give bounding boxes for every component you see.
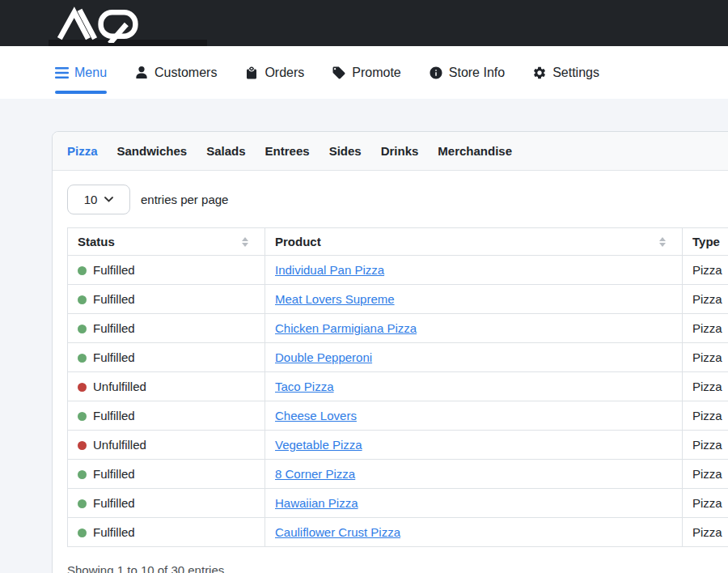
status-label: Fulfilled: [93, 350, 135, 364]
status-label: Fulfilled: [93, 321, 135, 335]
page-size-select[interactable]: 10: [67, 185, 130, 214]
status-dot-icon: [78, 354, 87, 363]
nav-item-promote[interactable]: Promote: [332, 63, 400, 83]
column-header-label: Product: [275, 235, 321, 248]
tab-sides[interactable]: Sides: [329, 144, 362, 158]
product-link[interactable]: Cauliflower Crust Pizza: [275, 525, 400, 539]
nav-item-menu[interactable]: Menu: [55, 63, 107, 83]
product-link[interactable]: Chicken Parmigiana Pizza: [275, 321, 417, 335]
status-label: Fulfilled: [93, 496, 135, 510]
status-label: Fulfilled: [93, 467, 135, 481]
status-dot-icon: [78, 383, 87, 392]
column-header-type[interactable]: Type: [683, 228, 728, 256]
chevron-down-icon: [104, 197, 113, 202]
product-link[interactable]: Individual Pan Pizza: [275, 263, 384, 277]
nav-item-store-info[interactable]: Store Info: [429, 63, 505, 83]
status-dot-icon: [78, 412, 87, 421]
product-link[interactable]: Meat Lovers Supreme: [275, 292, 395, 306]
tab-entrees[interactable]: Entrees: [265, 144, 310, 158]
status-label: Fulfilled: [93, 263, 135, 277]
info-icon: [429, 66, 443, 80]
products-table: Status Product Type: [67, 227, 728, 547]
product-cell: Taco Pizza: [265, 372, 683, 401]
top-black-bar: [0, 0, 728, 46]
nav-item-orders[interactable]: Orders: [244, 63, 304, 83]
shopping-bag-icon: [244, 66, 259, 80]
type-cell: Pizza: [683, 401, 728, 431]
nav-item-customers[interactable]: Customers: [134, 63, 217, 83]
type-cell: Pizza: [683, 489, 728, 518]
table-row: Fulfilled 8 Corner Pizza Pizza: [68, 460, 728, 489]
product-link[interactable]: Vegetable Pizza: [275, 438, 362, 452]
column-header-product[interactable]: Product: [265, 228, 683, 256]
type-cell: Pizza: [683, 372, 728, 401]
card-body: 10 entries per page Status: [53, 171, 728, 573]
product-link[interactable]: Taco Pizza: [275, 380, 334, 393]
tab-drinks[interactable]: Drinks: [381, 144, 419, 158]
type-cell: Pizza: [683, 460, 728, 489]
table-controls: 10 entries per page: [67, 185, 728, 214]
product-cell: Meat Lovers Supreme: [265, 285, 683, 314]
status-cell: Unfulfilled: [68, 372, 265, 401]
type-cell: Pizza: [683, 431, 728, 460]
tab-salads[interactable]: Salads: [206, 144, 245, 158]
product-cell: Vegetable Pizza: [265, 431, 683, 460]
type-cell: Pizza: [683, 314, 728, 343]
table-row: Fulfilled Hawaiian Pizza Pizza: [68, 489, 728, 518]
page-size-value: 10: [84, 193, 98, 206]
product-link[interactable]: Cheese Lovers: [275, 409, 357, 422]
status-label: Fulfilled: [93, 525, 135, 539]
product-cell: Cauliflower Crust Pizza: [265, 518, 683, 547]
product-cell: Cheese Lovers: [265, 401, 683, 431]
table-row: Fulfilled Double Pepperoni Pizza: [68, 343, 728, 372]
table-header-row: Status Product Type: [68, 228, 728, 256]
nav-item-label: Promote: [352, 66, 400, 80]
product-cell: 8 Corner Pizza: [265, 460, 683, 489]
product-link[interactable]: Double Pepperoni: [275, 350, 372, 364]
nav-item-settings[interactable]: Settings: [532, 63, 599, 83]
column-header-status[interactable]: Status: [68, 228, 265, 256]
status-label: Unfulfilled: [93, 380, 146, 393]
table-row: Fulfilled Meat Lovers Supreme Pizza: [68, 285, 728, 314]
status-cell: Fulfilled: [68, 460, 265, 489]
tab-merchandise[interactable]: Merchandise: [438, 144, 512, 158]
category-tabs: Pizza Sandwiches Salads Entrees Sides Dr…: [53, 132, 728, 171]
product-cell: Hawaiian Pizza: [265, 489, 683, 518]
tag-icon: [332, 66, 346, 80]
status-cell: Fulfilled: [68, 489, 265, 518]
table-row: Unfulfilled Vegetable Pizza Pizza: [68, 431, 728, 460]
nav-item-label: Orders: [265, 66, 304, 80]
table-row: Fulfilled Cauliflower Crust Pizza Pizza: [68, 518, 728, 547]
brand-logo-icon[interactable]: [50, 6, 149, 43]
primary-nav: Menu Customers Orders Promote Store Info…: [0, 46, 728, 99]
type-cell: Pizza: [683, 256, 728, 285]
sort-icon[interactable]: [659, 237, 666, 247]
status-dot-icon: [78, 441, 87, 450]
nav-item-label: Settings: [552, 66, 599, 80]
tab-pizza[interactable]: Pizza: [67, 144, 98, 158]
product-link[interactable]: 8 Corner Pizza: [275, 467, 355, 481]
status-cell: Fulfilled: [68, 343, 265, 372]
gear-icon: [532, 66, 547, 80]
product-link[interactable]: Hawaiian Pizza: [275, 496, 358, 510]
status-dot-icon: [78, 266, 87, 275]
status-cell: Fulfilled: [68, 256, 265, 285]
status-dot-icon: [78, 325, 87, 333]
table-row: Unfulfilled Taco Pizza Pizza: [68, 372, 728, 401]
tab-sandwiches[interactable]: Sandwiches: [117, 144, 188, 158]
status-label: Fulfilled: [93, 292, 135, 306]
page-content: Pizza Sandwiches Salads Entrees Sides Dr…: [0, 99, 728, 573]
menu-card: Pizza Sandwiches Salads Entrees Sides Dr…: [52, 131, 728, 573]
hamburger-icon: [55, 67, 69, 79]
sort-icon[interactable]: [242, 237, 248, 247]
status-dot-icon: [78, 528, 87, 537]
nav-item-label: Store Info: [449, 66, 505, 80]
table-row: Fulfilled Chicken Parmigiana Pizza Pizza: [68, 314, 728, 343]
type-cell: Pizza: [683, 343, 728, 372]
type-cell: Pizza: [683, 518, 728, 547]
status-dot-icon: [78, 295, 87, 304]
table-row: Fulfilled Individual Pan Pizza Pizza: [68, 256, 728, 285]
column-header-label: Type: [692, 235, 720, 248]
entries-summary: Showing 1 to 10 of 30 entries: [67, 563, 728, 573]
nav-item-label: Menu: [74, 66, 107, 80]
